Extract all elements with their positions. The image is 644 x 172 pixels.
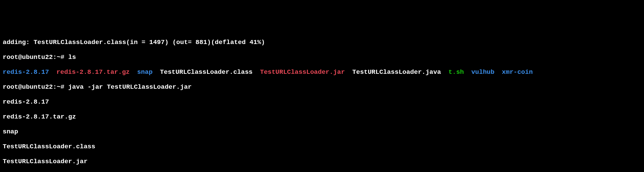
ls-dir: xmr-coin xyxy=(502,68,533,76)
prompt-sep: : xyxy=(53,53,56,61)
prompt-hash: # xyxy=(61,53,68,61)
ls-executable: t.sh xyxy=(448,68,464,76)
prompt-line-1: root@ubuntu22:~# ls xyxy=(3,53,641,61)
java-output-line: redis-2.8.17.tar.gz xyxy=(3,113,641,121)
ls-archive: TestURLClassLoader.jar xyxy=(260,68,345,76)
ls-dir: redis-2.8.17 xyxy=(3,68,49,76)
command-java: java -jar TestURLClassLoader.jar xyxy=(68,83,192,91)
prompt-user-host: root@ubuntu22 xyxy=(3,53,53,61)
prompt-path: ~ xyxy=(57,53,61,61)
prompt-line-2: root@ubuntu22:~# java -jar TestURLClassL… xyxy=(3,83,641,91)
ls-dir: vulhub xyxy=(471,68,494,76)
java-output-line: snap xyxy=(3,128,641,135)
java-output-line: redis-2.8.17 xyxy=(3,98,641,106)
prompt-sep: : xyxy=(53,83,56,91)
command-ls: ls xyxy=(68,53,76,61)
java-output-line: TestURLClassLoader.class xyxy=(3,143,641,150)
prompt-user-host: root@ubuntu22 xyxy=(3,83,53,91)
ls-file: TestURLClassLoader.class xyxy=(160,68,253,76)
ls-dir: snap xyxy=(137,68,153,76)
output-line-adding: adding: TestURLClassLoader.class(in = 14… xyxy=(3,39,641,46)
prompt-hash: # xyxy=(61,83,68,91)
terminal-output[interactable]: adding: TestURLClassLoader.class(in = 14… xyxy=(3,31,641,172)
ls-output-line: redis-2.8.17 redis-2.8.17.tar.gz snap Te… xyxy=(3,68,641,76)
prompt-path: ~ xyxy=(57,83,61,91)
ls-archive: redis-2.8.17.tar.gz xyxy=(56,68,130,76)
ls-file: TestURLClassLoader.java xyxy=(352,68,441,76)
java-output-line: TestURLClassLoader.jar xyxy=(3,158,641,165)
